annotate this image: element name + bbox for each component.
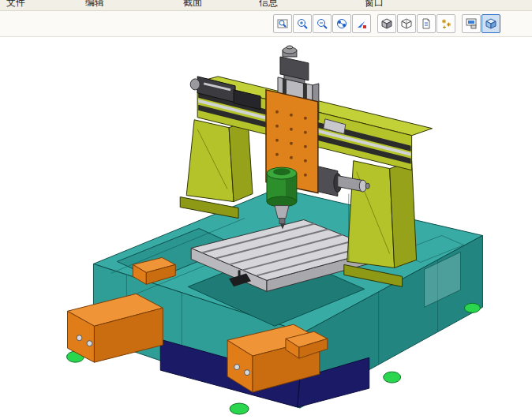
wireframe-view-icon — [400, 17, 413, 30]
zoom-window-icon — [276, 17, 289, 30]
dynamic-view-icon — [355, 17, 368, 30]
shaded-view-button[interactable] — [481, 14, 500, 33]
regenerate-button[interactable] — [436, 14, 455, 33]
menu-item-section[interactable]: 截面 — [183, 0, 202, 11]
regenerate-icon — [440, 17, 452, 30]
zoom-window-button[interactable] — [273, 14, 292, 33]
menu-item-edit[interactable]: 编辑 — [85, 0, 104, 11]
view-toolbar — [0, 11, 532, 37]
display-mode-button[interactable] — [462, 14, 481, 33]
isometric-view-button[interactable] — [377, 14, 396, 33]
shaded-view-icon — [485, 17, 497, 30]
menu-item-info[interactable]: 信息 — [259, 0, 278, 11]
zoom-out-icon — [316, 17, 328, 30]
menu-item-window[interactable]: 窗口 — [365, 0, 384, 11]
zoom-out-button[interactable] — [313, 14, 332, 33]
rotate-view-button[interactable] — [332, 14, 351, 33]
rotate-view-icon — [335, 17, 348, 30]
cad-model-cnc-machine — [0, 37, 532, 419]
dynamic-view-button[interactable] — [352, 14, 371, 33]
wireframe-view-button[interactable] — [397, 14, 416, 33]
menu-item-file[interactable]: 文件 — [6, 0, 25, 11]
drawing-sheet-icon — [420, 17, 433, 30]
zoom-in-icon — [296, 17, 309, 30]
zoom-in-button[interactable] — [293, 14, 312, 33]
isometric-view-icon — [380, 17, 393, 30]
z-motor — [280, 46, 309, 80]
3d-viewport[interactable] — [0, 37, 532, 419]
display-mode-icon — [465, 17, 478, 30]
drawing-sheet-button[interactable] — [417, 14, 436, 33]
menu-bar: 文件 编辑 截面 信息 窗口 — [0, 0, 532, 11]
